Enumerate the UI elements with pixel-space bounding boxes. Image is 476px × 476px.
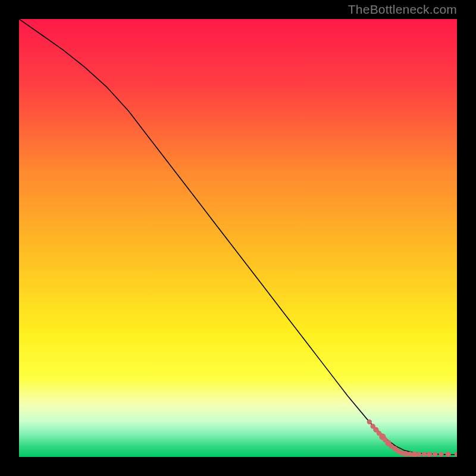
data-point bbox=[433, 452, 437, 456]
data-point bbox=[422, 452, 427, 456]
data-point bbox=[439, 452, 443, 456]
plot-area bbox=[19, 19, 457, 457]
watermark-text: TheBottleneck.com bbox=[348, 2, 457, 17]
data-point bbox=[416, 452, 421, 456]
chart-frame: TheBottleneck.com bbox=[0, 0, 476, 476]
chart-svg bbox=[19, 19, 457, 457]
data-point bbox=[367, 419, 372, 424]
data-point bbox=[446, 452, 451, 457]
gradient-background bbox=[19, 19, 457, 457]
data-point bbox=[427, 452, 432, 457]
